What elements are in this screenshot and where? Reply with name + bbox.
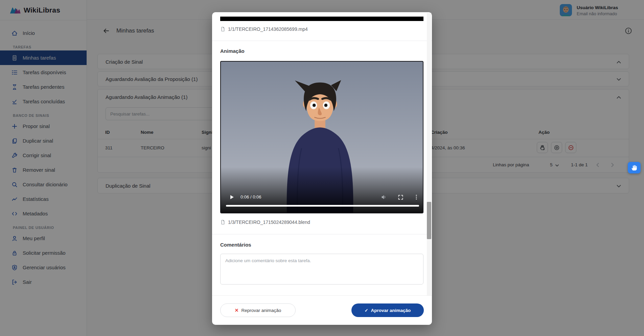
approve-animation-button[interactable]: ✓ Aprovar animação <box>351 303 424 317</box>
comment-textarea[interactable] <box>220 254 423 285</box>
reject-x-icon: ✕ <box>235 308 239 313</box>
file-icon <box>220 219 226 225</box>
play-button[interactable] <box>228 194 235 201</box>
mp4-file-row: 1/1/TERCEIRO_1714362085699.mp4 <box>220 26 308 32</box>
animation-section-title: Animação <box>220 48 245 54</box>
more-options-button[interactable] <box>413 194 420 201</box>
comments-section-title: Comentários <box>220 242 251 248</box>
mute-button[interactable] <box>381 194 387 201</box>
modal-divider <box>212 41 432 41</box>
vlibras-accessibility-button[interactable] <box>628 162 641 173</box>
animation-video-player[interactable]: 0:06 / 0:06 <box>220 61 423 213</box>
approve-check-icon: ✓ <box>365 308 368 313</box>
blend-file-row: 1/3/TERCEIRO_1715024289044.blend <box>220 219 310 225</box>
blend-file-name: 1/3/TERCEIRO_1715024289044.blend <box>228 219 310 225</box>
reference-video-edge <box>220 17 423 21</box>
approve-button-label: Aprovar animação <box>371 308 411 313</box>
file-icon <box>220 26 226 32</box>
video-progress-bar[interactable] <box>226 205 419 207</box>
reject-button-label: Reprovar animação <box>241 308 281 313</box>
modal-footer: ✕ Reprovar animação ✓ Aprovar animação <box>212 295 432 325</box>
task-review-modal: 1/1/TERCEIRO_1714362085699.mp4 Animação <box>212 12 432 325</box>
modal-scrollbar-thumb[interactable] <box>427 202 431 239</box>
modal-divider <box>212 234 432 234</box>
reject-animation-button[interactable]: ✕ Reprovar animação <box>220 303 296 317</box>
mp4-file-name: 1/1/TERCEIRO_1714362085699.mp4 <box>228 26 308 32</box>
video-time: 0:06 / 0:06 <box>240 194 261 200</box>
fullscreen-button[interactable] <box>397 194 404 201</box>
modal-scrollbar-track[interactable] <box>427 13 431 295</box>
sign-language-hand-icon <box>630 164 638 171</box>
